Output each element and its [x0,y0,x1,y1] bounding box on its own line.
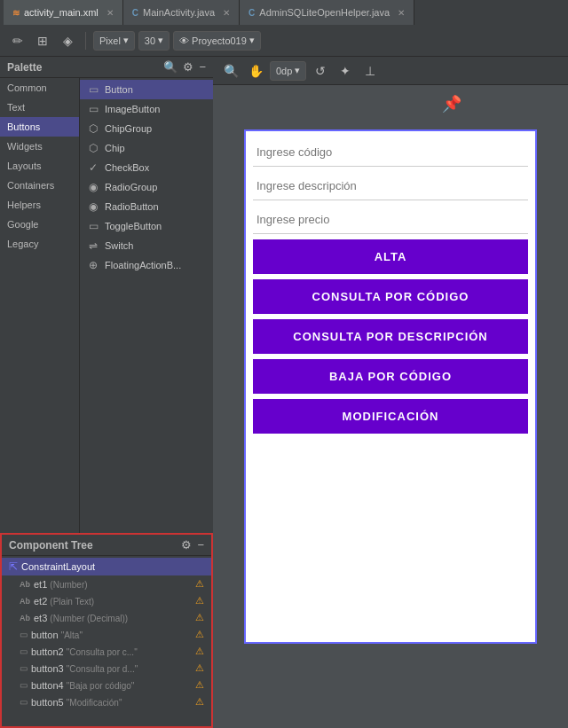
palette-item-switch[interactable]: ⇌ Switch [80,236,213,255]
palette-item-radiobutton[interactable]: ◉ RadioButton [80,197,213,216]
tree-item-button5[interactable]: ▭ button5 "Modificación" ⚠ [2,693,211,710]
btn-modificacion-label: MODIFICACIÓN [343,410,439,423]
palette-item-fab[interactable]: ⊕ FloatingActionB... [80,255,213,275]
palette-category-widgets[interactable]: Widgets [0,137,79,156]
refresh-button[interactable]: ↺ [310,60,331,82]
btn-baja-label: BAJA POR CÓDIGO [329,370,452,383]
tree-button3-label: button3 "Consulta por d..." [31,663,192,674]
constraint-dropdown[interactable]: 0dp ▾ [270,61,306,81]
constraint-layout-icon: ⇱ [9,560,18,573]
pan-button[interactable]: ✋ [245,60,266,82]
tree-minimize-button[interactable]: − [197,538,204,552]
zoom-dropdown[interactable]: 30 ▾ [138,31,170,51]
palette-category-buttons[interactable]: Buttons [0,117,79,137]
input-precio[interactable] [253,206,528,234]
palette-category-helpers[interactable]: Helpers [0,195,79,215]
palette-item-togglebutton[interactable]: ▭ ToggleButton [80,216,213,236]
palette-item-imagebutton-label: ImageButton [105,104,160,114]
baseline-button[interactable]: ⊥ [359,60,381,82]
et1-icon: Ab [20,580,30,589]
tab-xml[interactable]: ≋ activity_main.xml ✕ [4,0,123,25]
palette-item-checkbox[interactable]: ✓ CheckBox [80,158,213,177]
tree-et2-label: et2 (Plain Text) [34,596,192,607]
palette-category-common[interactable]: Common [0,78,79,98]
btn-baja[interactable]: BAJA POR CÓDIGO [253,359,528,394]
palette-category-text[interactable]: Text [0,98,79,117]
btn-consulta-desc-label: CONSULTA POR DESCRIPCIÓN [293,330,488,343]
btn-consulta-desc[interactable]: CONSULTA POR DESCRIPCIÓN [253,319,528,354]
tree-item-et3[interactable]: Ab et3 (Number (Decimal)) ⚠ [2,609,211,626]
btn-alta[interactable]: ALTA [253,239,528,274]
tree-button3-warning: ⚠ [195,662,204,674]
tree-item-button4[interactable]: ▭ button4 "Baja por código" ⚠ [2,677,211,693]
device-frame: ALTA CONSULTA POR CÓDIGO CONSULTA POR DE… [244,129,537,644]
pin-icon: 📌 [442,94,462,114]
tree-button5-warning: ⚠ [195,696,204,708]
wand-button[interactable]: ✦ [335,60,356,82]
tree-item-button-alta[interactable]: ▭ button "Alta" ⚠ [2,626,211,643]
radiogroup-icon: ◉ [87,181,99,193]
palette-item-togglebutton-label: ToggleButton [105,221,162,231]
tree-item-et1[interactable]: Ab et1 (Number) ⚠ [2,575,211,592]
view-options-button[interactable]: ◈ [57,30,78,51]
tab-main-java-label: MainActivity.java [143,7,215,18]
tab-main-java-close[interactable]: ✕ [223,8,230,18]
palette-category-google[interactable]: Google [0,215,79,234]
pixel-label: Pixel [99,35,121,46]
palette-minimize-button[interactable]: − [199,60,206,74]
palette-item-chip-label: Chip [105,143,125,153]
palette-item-imagebutton[interactable]: ▭ ImageButton [80,99,213,119]
palette-item-fab-label: FloatingActionB... [105,260,181,270]
tree-item-button2[interactable]: ▭ button2 "Consulta por c..." ⚠ [2,643,211,660]
palette-item-chipgroup[interactable]: ⬡ ChipGroup [80,119,213,138]
palette-item-button-label: Button [105,84,133,95]
radiobutton-icon: ◉ [87,200,99,213]
input-codigo[interactable] [253,138,528,167]
palette-category-layouts[interactable]: Layouts [0,156,79,176]
tree-item-constraint-layout[interactable]: ⇱ ConstraintLayout [2,558,211,575]
tree-button4-label: button4 "Baja por código" [31,680,192,691]
tab-xml-close[interactable]: ✕ [106,8,114,18]
tree-item-button3[interactable]: ▭ button3 "Consulta por d..." ⚠ [2,660,211,677]
palette-title: Palette [7,61,158,74]
tree-et3-label: et3 (Number (Decimal)) [34,613,192,623]
tree-settings-button[interactable]: ⚙ [181,538,192,552]
zoom-out-button[interactable]: 🔍 [220,60,241,82]
tab-admin-java-close[interactable]: ✕ [398,8,405,18]
tree-et3-warning: ⚠ [195,612,204,623]
btn-consulta-codigo[interactable]: CONSULTA POR CÓDIGO [253,279,528,314]
btn-modificacion[interactable]: MODIFICACIÓN [253,399,528,434]
palette-items: ▭ Button ▭ ImageButton ⬡ ChipGroup ⬡ Chi… [80,78,213,533]
input-descripcion[interactable] [253,172,528,200]
project-chevron: ▾ [249,35,255,46]
palette-category-containers[interactable]: Containers [0,176,79,195]
tree-items: ⇱ ConstraintLayout Ab et1 (Number) ⚠ Ab … [2,556,211,712]
blueprint-button[interactable]: ⊞ [32,30,53,51]
project-dropdown[interactable]: 👁 Proyecto019 ▾ [173,31,261,51]
pixel-dropdown[interactable]: Pixel ▾ [93,31,135,51]
tree-button4-warning: ⚠ [195,679,204,691]
btn-alta-label: ALTA [375,250,407,263]
switch-icon: ⇌ [87,239,99,252]
main-toolbar: ✏ ⊞ ◈ Pixel ▾ 30 ▾ 👁 Proyecto019 ▾ [0,25,568,57]
palette-item-chip[interactable]: ⬡ Chip [80,138,213,158]
java-icon-1: C [132,8,138,18]
tab-main-java[interactable]: C MainActivity.java ✕ [123,0,240,25]
palette-category-legacy[interactable]: Legacy [0,234,79,254]
chipgroup-icon: ⬡ [87,122,99,135]
palette-item-radiogroup[interactable]: ◉ RadioGroup [80,177,213,197]
btn-consulta-codigo-label: CONSULTA POR CÓDIGO [312,290,469,303]
pixel-chevron: ▾ [123,35,129,46]
palette-item-button[interactable]: ▭ Button [80,80,213,99]
checkbox-icon: ✓ [87,161,99,174]
tree-item-et2[interactable]: Ab et2 (Plain Text) ⚠ [2,592,211,609]
tab-bar: ≋ activity_main.xml ✕ C MainActivity.jav… [0,0,568,25]
palette-item-chipgroup-label: ChipGroup [105,123,152,134]
chip-icon: ⬡ [87,142,99,154]
separator-1 [85,32,86,50]
design-mode-button[interactable]: ✏ [7,30,28,51]
palette-search-button[interactable]: 🔍 [163,60,178,74]
palette-settings-button[interactable]: ⚙ [183,60,193,74]
tab-admin-java[interactable]: C AdminSQLiteOpenHelper.java ✕ [240,0,414,25]
canvas-area: 🔍 ✋ 0dp ▾ ↺ ✦ ⊥ 📌 ALTA CO [213,57,568,728]
